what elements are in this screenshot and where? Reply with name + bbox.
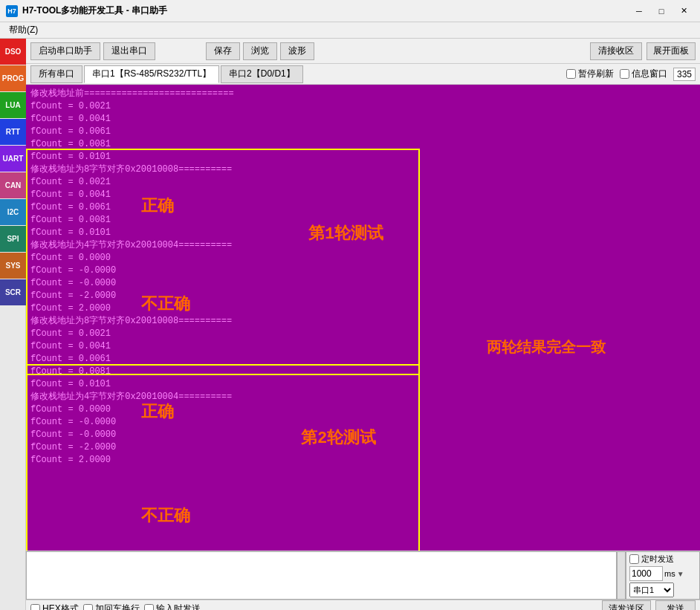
terminal-line: fCount = 2.0000	[30, 302, 696, 315]
port-row: 串口1 串口2	[629, 583, 696, 597]
terminal-line: 修改栈地址为8字节对齐0x20010008==========	[30, 163, 696, 176]
terminal-line: fCount = 0.0101	[30, 151, 696, 163]
bottom-toolbar: HEX格式 加回车换行 输入时发送 清发送区 发送	[26, 600, 700, 610]
annotation-wrong2: 不正确	[141, 504, 190, 527]
terminal-line: fCount = -2.0000	[30, 441, 696, 454]
terminal-line: fCount = -0.0000	[30, 429, 696, 441]
terminal-line: fCount = -0.0000	[30, 416, 696, 429]
sidebar: DSO PROG LUA RTT UART CAN I2C SPI SYS SC…	[0, 39, 26, 610]
title-bar-left: H7 H7-TOOL多功能开发工具 - 串口助手	[6, 4, 167, 17]
terminal-line: fCount = 0.0041	[30, 189, 696, 201]
add-newline-label: 加回车换行	[95, 603, 140, 611]
input-right-panel: 定时发送 ms ▼ 串口1 串口2	[626, 551, 700, 600]
title-bar-controls: ─ □ ✕	[629, 4, 694, 19]
save-button[interactable]: 保存	[206, 42, 240, 60]
input-scrollbar	[617, 551, 626, 600]
toolbar: 启动串口助手 退出串口 保存 浏览 波形 清接收区 展开面板	[26, 39, 700, 64]
timed-send-checkbox[interactable]	[629, 554, 639, 564]
terminal-line: fCount = 0.0081	[30, 366, 696, 378]
clear-send-button[interactable]: 清发送区	[602, 600, 651, 610]
terminal-line: 修改栈地址为4字节对齐0x20010004==========	[30, 239, 696, 252]
terminal-line: fCount = 0.0061	[30, 201, 696, 214]
sidebar-btn-lua[interactable]: LUA	[0, 92, 26, 118]
tab-all-ports[interactable]: 所有串口	[30, 65, 82, 83]
menu-help[interactable]: 帮助(Z)	[3, 22, 44, 38]
send-input[interactable]	[26, 551, 617, 600]
content-area: 启动串口助手 退出串口 保存 浏览 波形 清接收区 展开面板 所有串口 串口1【…	[26, 39, 700, 610]
expand-panel-button[interactable]: 展开面板	[646, 42, 696, 60]
terminal-line: fCount = 0.0000	[30, 403, 696, 416]
close-button[interactable]: ✕	[673, 4, 694, 19]
sidebar-btn-can[interactable]: CAN	[0, 172, 26, 198]
terminal-area[interactable]: 正确 不正确 第1轮测试 两轮结果完全一致 正确 不正确 第2轮测试 修改栈地址…	[26, 85, 700, 551]
tab-bar: 所有串口 串口1【RS-485/RS232/TTL】 串口2【D0/D1】 暂停…	[26, 64, 700, 85]
hex-format-label: HEX格式	[42, 603, 79, 611]
terminal-line: fCount = 0.0101	[30, 227, 696, 239]
tabs-left: 所有串口 串口1【RS-485/RS232/TTL】 串口2【D0/D1】	[30, 65, 305, 83]
main-container: DSO PROG LUA RTT UART CAN I2C SPI SYS SC…	[0, 39, 700, 610]
terminal-line: fCount = -0.0000	[30, 277, 696, 290]
browse-button[interactable]: 浏览	[243, 42, 277, 60]
ms-label: ms	[664, 569, 675, 578]
menu-bar: 帮助(Z)	[0, 22, 700, 39]
counter-display: 335	[673, 68, 696, 81]
terminal-line: fCount = 0.0041	[30, 113, 696, 126]
tab-right: 暂停刷新 信息窗口 335	[566, 68, 696, 81]
sidebar-btn-sys[interactable]: SYS	[0, 253, 26, 279]
send-on-input-group: 输入时发送	[144, 603, 201, 611]
dropdown-arrow-interval[interactable]: ▼	[677, 570, 684, 578]
sidebar-btn-spi[interactable]: SPI	[0, 226, 26, 252]
terminal-line: 修改栈地址前============================	[30, 88, 696, 100]
terminal-line: fCount = 0.0041	[30, 340, 696, 353]
app-icon: H7	[6, 5, 18, 17]
terminal-line: fCount = 2.0000	[30, 454, 696, 467]
title-bar: H7 H7-TOOL多功能开发工具 - 串口助手 ─ □ ✕	[0, 0, 700, 22]
interval-input[interactable]	[629, 566, 663, 581]
terminal-line: fCount = 0.0061	[30, 353, 696, 366]
send-on-input-checkbox[interactable]	[144, 604, 154, 611]
send-on-input-label: 输入时发送	[156, 603, 201, 611]
timed-send-row: 定时发送	[629, 554, 696, 565]
port-select[interactable]: 串口1 串口2	[629, 583, 674, 597]
terminal-line: fCount = 0.0021	[30, 328, 696, 340]
exit-serial-button[interactable]: 退出串口	[103, 42, 155, 60]
send-button[interactable]: 发送	[655, 600, 696, 610]
sidebar-btn-prog[interactable]: PROG	[0, 65, 26, 91]
window-title: H7-TOOL多功能开发工具 - 串口助手	[22, 4, 167, 17]
pause-refresh-checkbox[interactable]	[566, 69, 576, 79]
sidebar-btn-uart[interactable]: UART	[0, 146, 26, 172]
terminal-line: fCount = 0.0101	[30, 378, 696, 391]
add-newline-group: 加回车换行	[83, 603, 140, 611]
sidebar-btn-rtt[interactable]: RTT	[0, 119, 26, 145]
ms-row: ms ▼	[629, 566, 696, 581]
minimize-button[interactable]: ─	[629, 4, 649, 19]
input-box-row: 定时发送 ms ▼ 串口1 串口2	[26, 551, 700, 600]
timed-send-label: 定时发送	[641, 554, 674, 565]
hex-format-checkbox[interactable]	[30, 604, 40, 611]
terminal-line: 修改栈地址为4字节对齐0x20010004==========	[30, 391, 696, 403]
info-window-checkbox[interactable]	[620, 69, 629, 79]
wave-button[interactable]: 波形	[280, 42, 314, 60]
sidebar-btn-i2c[interactable]: I2C	[0, 199, 26, 225]
maximize-button[interactable]: □	[651, 4, 672, 19]
terminal-line: fCount = 0.0061	[30, 126, 696, 138]
start-serial-button[interactable]: 启动串口助手	[30, 42, 100, 60]
terminal-line: fCount = 0.0000	[30, 252, 696, 265]
sidebar-btn-scr[interactable]: SCR	[0, 279, 26, 305]
add-newline-checkbox[interactable]	[83, 604, 93, 611]
terminal-line: fCount = -2.0000	[30, 290, 696, 302]
pause-refresh-label: 暂停刷新	[578, 68, 614, 80]
tab-port2[interactable]: 串口2【D0/D1】	[221, 65, 303, 83]
terminal-line: fCount = 0.0021	[30, 100, 696, 113]
terminal-line: 修改栈地址为8字节对齐0x20010008==========	[30, 315, 696, 328]
pause-refresh-group: 暂停刷新	[566, 68, 614, 80]
sidebar-btn-dso[interactable]: DSO	[0, 39, 26, 65]
terminal-wrapper: 正确 不正确 第1轮测试 两轮结果完全一致 正确 不正确 第2轮测试 修改栈地址…	[26, 85, 700, 551]
hex-format-group: HEX格式	[30, 603, 79, 611]
terminal-line: fCount = -0.0000	[30, 265, 696, 277]
tab-port1[interactable]: 串口1【RS-485/RS232/TTL】	[84, 65, 219, 83]
clear-receive-button[interactable]: 清接收区	[590, 42, 642, 60]
toolbar-right: 清接收区 展开面板	[590, 42, 696, 60]
terminal-line: fCount = 0.0081	[30, 138, 696, 151]
terminal-line: fCount = 0.0021	[30, 176, 696, 189]
